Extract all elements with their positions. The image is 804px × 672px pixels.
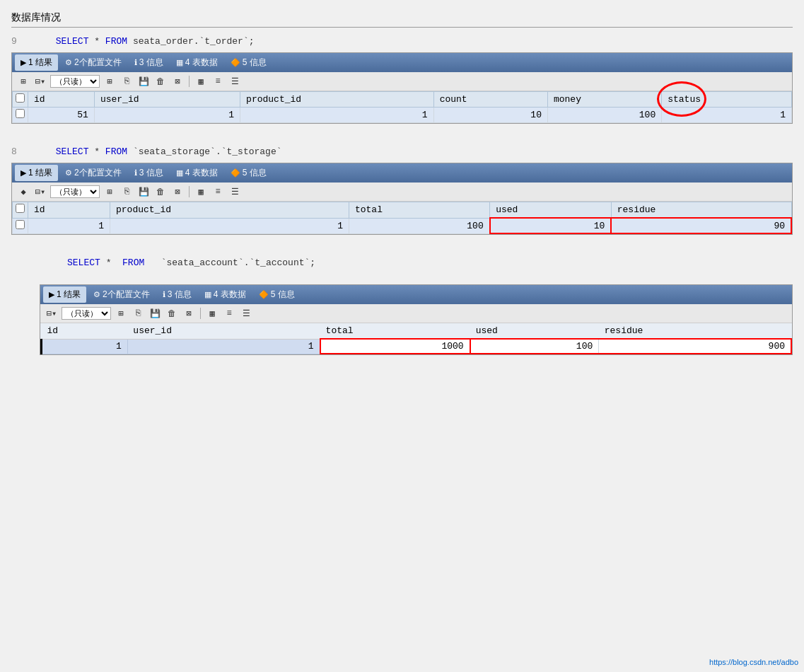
toolbar-sep-3 bbox=[200, 308, 201, 319]
tab-storage-result[interactable]: ▶ 1 结果 bbox=[15, 165, 58, 181]
toolbar-paste-icon[interactable]: ⎘ bbox=[120, 74, 134, 88]
tabs-account: ▶ 1 结果 ⚙ 2个配置文件 ℹ 3 信息 ▦ 4 表数据 🔶 5 信息 bbox=[40, 285, 792, 304]
row-checkbox-cell bbox=[13, 108, 28, 123]
toolbar-copy3-icon[interactable]: ⊞ bbox=[114, 306, 128, 320]
toolbar-save3-icon[interactable]: 💾 bbox=[148, 306, 162, 320]
toolbar-grid-icon[interactable]: ⊞ bbox=[16, 74, 30, 88]
toolbar-grid2-icon[interactable]: ◆ bbox=[16, 185, 30, 199]
toolbar-sep-2 bbox=[189, 186, 190, 197]
tab-order-result[interactable]: ▶ 1 结果 bbox=[15, 54, 58, 71]
tab-account-config[interactable]: ⚙ 2个配置文件 bbox=[88, 286, 156, 303]
toolbar-sep-1 bbox=[189, 76, 190, 87]
toolbar-save2-icon[interactable]: 💾 bbox=[136, 185, 151, 199]
cell-status: 1 bbox=[662, 108, 792, 123]
toolbar-copy2-icon[interactable]: ⊞ bbox=[103, 185, 117, 199]
toolbar-copy-icon[interactable]: ⊞ bbox=[103, 74, 117, 88]
cell-residue-s: 90 bbox=[611, 218, 791, 233]
toolbar-view1-icon[interactable]: ▦ bbox=[194, 74, 208, 88]
col-used-a: used bbox=[470, 323, 599, 339]
toolbar-view2-icon[interactable]: ≡ bbox=[211, 74, 225, 88]
tab-storage-info1[interactable]: ℹ 3 信息 bbox=[129, 165, 169, 181]
col-id: id bbox=[28, 92, 95, 108]
table-order-header: id user_id product_id count money status bbox=[13, 92, 792, 108]
toolbar-filter-icon[interactable]: ⊟▾ bbox=[33, 74, 47, 88]
col-product-id: product_id bbox=[240, 92, 434, 108]
toolbar-cancel2-icon[interactable]: ⊠ bbox=[170, 185, 185, 199]
tab-account-info2[interactable]: 🔶 5 信息 bbox=[253, 286, 301, 303]
col-used-s: used bbox=[490, 202, 612, 219]
toolbar-view6-icon[interactable]: ☰ bbox=[228, 185, 242, 199]
toolbar-view5-icon[interactable]: ≡ bbox=[211, 185, 225, 199]
col-checkbox-s bbox=[13, 202, 28, 219]
col-total-s: total bbox=[349, 202, 489, 219]
select-all-checkbox-s[interactable] bbox=[16, 204, 25, 213]
toolbar-delete-icon[interactable]: 🗑 bbox=[153, 74, 168, 88]
sql-line-3: SELECT * FROM `seata_account`.`t_account… bbox=[40, 255, 793, 271]
tab-storage-info2[interactable]: 🔶 5 信息 bbox=[225, 165, 272, 181]
table-row: 1 1 100 10 90 bbox=[13, 218, 792, 233]
cell-total-s: 100 bbox=[349, 218, 489, 233]
sql-line-1: 9 SELECT * FROM seata_order.`t_order`; bbox=[11, 33, 793, 50]
tab-account-info1[interactable]: ℹ 3 信息 bbox=[157, 286, 197, 303]
tab-order-config[interactable]: ⚙ 2个配置文件 bbox=[59, 54, 127, 71]
tab-order-tabledata[interactable]: ▦ 4 表数据 bbox=[170, 54, 223, 71]
toolbar-delete2-icon[interactable]: 🗑 bbox=[153, 185, 168, 199]
col-checkbox bbox=[13, 92, 28, 108]
tab-storage-config[interactable]: ⚙ 2个配置文件 bbox=[59, 165, 127, 181]
col-user-id: user_id bbox=[94, 92, 240, 108]
panel-storage: ▶ 1 结果 ⚙ 2个配置文件 ℹ 3 信息 ▦ 4 表数据 🔶 5 信息 ◆ bbox=[11, 163, 793, 235]
toolbar-account: ⊟▾ （只读） ⊞ ⎘ 💾 🗑 ⊠ ▦ ≡ ☰ bbox=[40, 304, 792, 323]
toolbar-readonly2-select[interactable]: （只读） bbox=[50, 185, 100, 198]
panel-order: ▶ 1 结果 ⚙ 2个配置文件 ℹ 3 信息 ▦ 4 表数据 🔶 5 信息 ⊞ bbox=[11, 52, 793, 124]
toolbar-filter2-icon[interactable]: ⊟▾ bbox=[33, 185, 47, 199]
toolbar-storage: ◆ ⊟▾ （只读） ⊞ ⎘ 💾 🗑 ⊠ ▦ ≡ ☰ bbox=[12, 183, 792, 202]
toolbar-readonly-select[interactable]: （只读） bbox=[50, 75, 100, 88]
toolbar-paste3-icon[interactable]: ⎘ bbox=[131, 306, 145, 320]
toolbar-view7-icon[interactable]: ▦ bbox=[205, 306, 219, 320]
cell-count: 10 bbox=[433, 108, 547, 123]
cell-user-id: 1 bbox=[94, 108, 240, 123]
toolbar-save-icon[interactable]: 💾 bbox=[136, 74, 151, 88]
row-checkbox-s[interactable] bbox=[16, 220, 25, 229]
cell-total-a: 1000 bbox=[320, 339, 470, 354]
panel-account: ▶ 1 结果 ⚙ 2个配置文件 ℹ 3 信息 ▦ 4 表数据 🔶 5 信息 ⊟▾ bbox=[40, 284, 793, 355]
tab-account-result[interactable]: ▶ 1 结果 bbox=[43, 286, 86, 303]
tabs-storage: ▶ 1 结果 ⚙ 2个配置文件 ℹ 3 信息 ▦ 4 表数据 🔶 5 信息 bbox=[12, 163, 792, 183]
col-id-a: id bbox=[42, 323, 128, 339]
table-account: id user_id total used residue 1 1 1000 1… bbox=[40, 323, 792, 354]
col-residue-a: residue bbox=[599, 323, 791, 339]
col-total-a: total bbox=[320, 323, 470, 339]
toolbar-grid3-icon[interactable]: ⊟▾ bbox=[45, 306, 59, 320]
tabs-order: ▶ 1 结果 ⚙ 2个配置文件 ℹ 3 信息 ▦ 4 表数据 🔶 5 信息 bbox=[12, 53, 792, 72]
toolbar-cancel-icon[interactable]: ⊠ bbox=[170, 74, 185, 88]
cell-product-id-s: 1 bbox=[110, 218, 349, 233]
toolbar-view9-icon[interactable]: ☰ bbox=[239, 306, 253, 320]
toolbar-readonly3-select[interactable]: （只读） bbox=[62, 307, 111, 320]
toolbar-view4-icon[interactable]: ▦ bbox=[194, 185, 208, 199]
toolbar-view3-icon[interactable]: ☰ bbox=[228, 74, 242, 88]
sql-keyword-select-2: SELECT bbox=[56, 146, 89, 157]
sql-line-2: 8 SELECT * FROM `seata_storage`.`t_stora… bbox=[11, 144, 793, 160]
sql-keyword-from-1: FROM bbox=[105, 36, 127, 47]
col-residue-s: residue bbox=[611, 202, 791, 219]
cell-used-s: 10 bbox=[490, 218, 612, 233]
cell-product-id: 1 bbox=[240, 108, 434, 123]
cell-id-s: 1 bbox=[28, 218, 110, 233]
table-row: 51 1 1 10 100 1 bbox=[13, 108, 792, 123]
tab-order-info2[interactable]: 🔶 5 信息 bbox=[225, 54, 272, 71]
tab-order-info1[interactable]: ℹ 3 信息 bbox=[129, 54, 169, 71]
toolbar-delete3-icon[interactable]: 🗑 bbox=[165, 306, 179, 320]
tab-account-tabledata[interactable]: ▦ 4 表数据 bbox=[199, 286, 252, 303]
toolbar-paste2-icon[interactable]: ⎘ bbox=[120, 185, 134, 199]
cell-user-id-a: 1 bbox=[127, 339, 320, 354]
status-circle-wrapper: status bbox=[668, 94, 701, 105]
sql-keyword-select-3: SELECT bbox=[67, 257, 100, 268]
toolbar-view8-icon[interactable]: ≡ bbox=[222, 306, 236, 320]
toolbar-cancel3-icon[interactable]: ⊠ bbox=[182, 306, 196, 320]
col-product-id-s: product_id bbox=[110, 202, 349, 219]
row-checkbox[interactable] bbox=[16, 109, 25, 118]
tab-storage-tabledata[interactable]: ▦ 4 表数据 bbox=[170, 165, 223, 181]
section-order: 9 SELECT * FROM seata_order.`t_order`; ▶… bbox=[11, 33, 793, 124]
table-account-header: id user_id total used residue bbox=[42, 323, 792, 339]
select-all-checkbox[interactable] bbox=[16, 93, 25, 103]
